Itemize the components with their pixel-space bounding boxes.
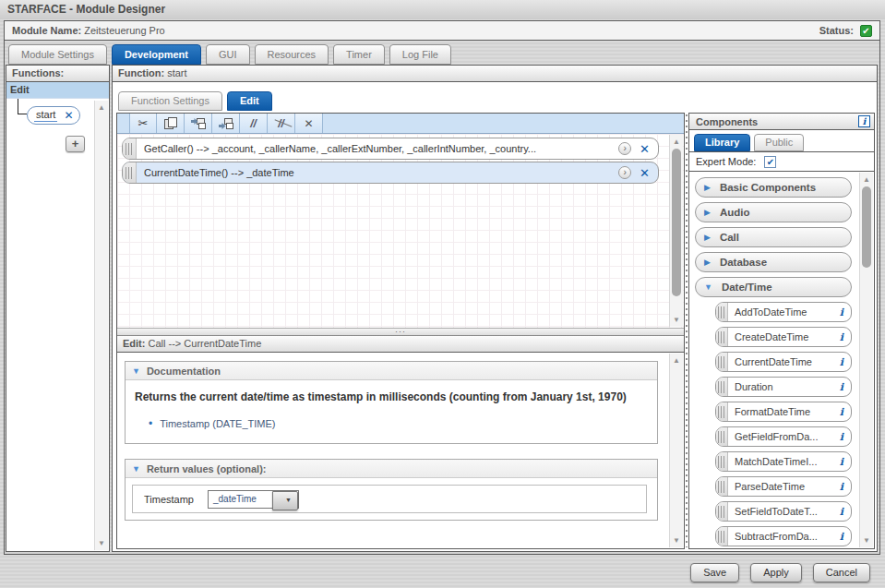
tab-module-settings[interactable]: Module Settings	[8, 44, 107, 65]
drag-handle-icon[interactable]	[716, 427, 728, 446]
dropdown-arrow-icon[interactable]: ▼	[272, 491, 298, 510]
drag-handle-icon[interactable]	[123, 138, 137, 159]
drag-handle-icon[interactable]	[716, 452, 728, 471]
canvas-scrollbar[interactable]: ▲ ▼	[669, 135, 683, 327]
scroll-up-icon[interactable]: ▲	[670, 356, 683, 365]
functions-scrollbar[interactable]: ▲ ▼	[94, 101, 108, 550]
drag-handle-icon[interactable]	[716, 477, 728, 496]
documentation-header[interactable]: ▼ Documentation	[126, 362, 657, 380]
component-setfieldtodatet[interactable]: SetFieldToDateT...i	[715, 501, 852, 522]
component-info-icon[interactable]: i	[840, 356, 843, 368]
detail-scrollbar[interactable]: ▲ ▼	[669, 354, 683, 547]
function-tab-edit[interactable]: Edit	[227, 91, 272, 111]
documentation-section: ▼ Documentation Returns the current date…	[125, 361, 658, 444]
delete-row-icon[interactable]: ✕	[640, 166, 650, 180]
tab-timer[interactable]: Timer	[333, 44, 385, 65]
function-node-label[interactable]: start	[34, 109, 57, 122]
component-info-icon[interactable]: i	[840, 456, 843, 468]
scroll-down-icon[interactable]: ▼	[860, 536, 873, 545]
component-group-audio[interactable]: ▶Audio	[695, 202, 852, 222]
drag-handle-icon[interactable]	[716, 328, 728, 346]
drag-handle-icon[interactable]	[716, 502, 728, 521]
module-designer-tabs: Module SettingsDevelopmentGUIResourcesTi…	[8, 43, 451, 65]
component-label: CurrentDateTime	[728, 356, 840, 367]
delete-icon[interactable]: ✕	[295, 114, 323, 133]
cancel-button[interactable]: Cancel	[813, 563, 870, 582]
vertical-splitter[interactable]	[686, 114, 688, 547]
drag-handle-icon[interactable]	[716, 303, 728, 321]
expert-mode-checkbox[interactable]: ✔	[764, 156, 776, 168]
component-currentdatetime[interactable]: CurrentDateTimei	[715, 352, 852, 372]
tab-log-file[interactable]: Log File	[389, 44, 451, 65]
return-values-title: Return values (optional):	[147, 463, 267, 474]
function-group-edit[interactable]: Edit	[6, 82, 109, 99]
uncomment-icon[interactable]: //	[268, 114, 295, 133]
components-scrollbar[interactable]: ▲ ▼	[859, 173, 873, 547]
scroll-down-icon[interactable]: ▼	[670, 536, 683, 545]
apply-button[interactable]: Apply	[750, 563, 802, 582]
drag-handle-icon[interactable]	[716, 402, 728, 421]
cut-icon[interactable]: ✂	[129, 114, 157, 133]
component-addtodatetime[interactable]: AddToDateTimei	[715, 302, 852, 322]
component-group-date-time[interactable]: ▼Date/Time	[695, 277, 852, 297]
expand-triangle-icon: ▶	[704, 258, 711, 267]
copy-icon[interactable]	[157, 114, 185, 133]
component-group-basic-components[interactable]: ▶Basic Components	[695, 177, 852, 198]
code-row[interactable]: CurrentDateTime() --> _dateTime›✕	[122, 162, 659, 184]
component-detail-pane: ▼ Documentation Returns the current date…	[117, 353, 684, 548]
scrollbar-thumb[interactable]	[672, 149, 681, 296]
horizontal-splitter[interactable]: ···	[117, 328, 684, 336]
return-value-select[interactable]: _dateTime▼	[208, 490, 299, 509]
edit-panel-title: Edit: Call --> CurrentDateTime	[117, 336, 684, 353]
component-createdatetime[interactable]: CreateDateTimei	[715, 327, 852, 347]
function-node-start[interactable]: start ✕	[27, 106, 80, 125]
components-tab-library[interactable]: Library	[694, 134, 750, 151]
component-matchdatetimei[interactable]: MatchDateTimeI...i	[715, 451, 852, 472]
insert-after-icon[interactable]	[212, 114, 240, 133]
tab-development[interactable]: Development	[112, 44, 201, 65]
bullet-icon: •	[149, 417, 152, 430]
components-tabs: LibraryPublic	[689, 130, 874, 152]
scrollbar-thumb[interactable]	[862, 186, 871, 268]
component-info-icon[interactable]: i	[840, 381, 843, 393]
delete-row-icon[interactable]: ✕	[640, 142, 650, 156]
scroll-up-icon[interactable]: ▲	[860, 175, 873, 184]
component-getfieldfromda[interactable]: GetFieldFromDa...i	[715, 426, 852, 447]
drag-handle-icon[interactable]	[123, 162, 137, 183]
add-function-button[interactable]: +	[66, 136, 85, 152]
scroll-down-icon[interactable]: ▼	[670, 316, 683, 324]
component-info-icon[interactable]: i	[840, 306, 843, 318]
function-tab-function-settings[interactable]: Function Settings	[118, 91, 222, 111]
drag-handle-icon[interactable]	[716, 527, 728, 546]
component-info-icon[interactable]: i	[840, 331, 843, 343]
component-parsedatetime[interactable]: ParseDateTimei	[715, 476, 852, 497]
component-duration[interactable]: Durationi	[715, 377, 852, 397]
delete-function-icon[interactable]: ✕	[64, 109, 73, 122]
return-values-header[interactable]: ▼ Return values (optional):	[126, 460, 657, 478]
drag-handle-icon[interactable]	[716, 378, 728, 396]
insert-before-icon[interactable]	[185, 114, 212, 133]
tab-gui[interactable]: GUI	[206, 44, 250, 65]
component-formatdatetime[interactable]: FormatDateTimei	[715, 402, 852, 422]
component-info-icon[interactable]: i	[840, 506, 843, 518]
comment-icon[interactable]: //	[240, 114, 268, 133]
component-subtractfromda[interactable]: SubtractFromDa...i	[715, 526, 852, 546]
components-tab-public[interactable]: Public	[754, 134, 804, 151]
code-row[interactable]: GetCaller() --> _account, _callerName, _…	[122, 138, 659, 160]
info-icon[interactable]: i	[858, 115, 870, 127]
tab-resources[interactable]: Resources	[255, 44, 329, 65]
component-info-icon[interactable]: i	[840, 431, 843, 443]
drag-handle-icon[interactable]	[716, 353, 728, 371]
component-group-call[interactable]: ▶Call	[695, 227, 852, 247]
component-group-database[interactable]: ▶Database	[695, 252, 852, 272]
scroll-up-icon[interactable]: ▲	[95, 103, 108, 112]
scroll-up-icon[interactable]: ▲	[670, 138, 683, 146]
app-frame: Module Name: Zeitsteuerung Pro Status: ✔…	[4, 20, 880, 555]
component-info-icon[interactable]: i	[840, 531, 843, 543]
save-button[interactable]: Save	[690, 563, 739, 582]
component-info-icon[interactable]: i	[840, 406, 843, 418]
expand-row-icon[interactable]: ›	[618, 166, 631, 179]
component-info-icon[interactable]: i	[840, 481, 843, 493]
expand-row-icon[interactable]: ›	[618, 142, 631, 155]
scroll-down-icon[interactable]: ▼	[95, 539, 108, 547]
